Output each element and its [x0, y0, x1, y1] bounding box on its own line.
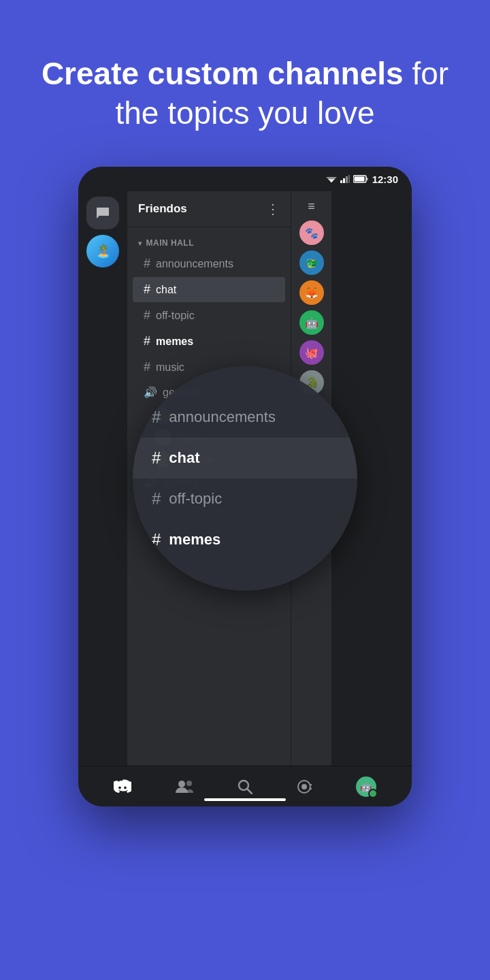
- nav-home[interactable]: [114, 779, 131, 794]
- member-2: 🐲: [299, 250, 324, 275]
- members-menu-icon[interactable]: ≡: [305, 197, 318, 216]
- server-name: Friendos: [138, 202, 187, 216]
- zoom-channel-announcements[interactable]: # announcements: [133, 397, 357, 438]
- svg-rect-4: [343, 178, 345, 183]
- hero-line2: the topics you love: [42, 94, 448, 133]
- wifi-icon: [326, 175, 337, 183]
- hash-icon: #: [144, 308, 150, 323]
- chat-server-icon[interactable]: [86, 197, 119, 229]
- zoom-channel-chat[interactable]: # chat: [133, 438, 357, 478]
- phone-mockup: 12:30 🏝️ Friendos ⋮: [78, 167, 412, 834]
- channel-chat[interactable]: # chat: [133, 277, 285, 302]
- svg-point-11: [186, 781, 192, 786]
- nav-profile[interactable]: 🤖: [356, 777, 376, 797]
- channel-memes[interactable]: # memes: [133, 329, 285, 354]
- svg-rect-6: [348, 175, 350, 183]
- channel-name: memes: [156, 336, 193, 348]
- hero-bold-text: Create custom channels: [42, 56, 404, 91]
- hero-normal-text: for: [404, 56, 448, 91]
- hash-icon: #: [144, 360, 150, 374]
- svg-rect-3: [340, 180, 342, 183]
- member-1: 🐾: [299, 220, 324, 245]
- nav-search[interactable]: [238, 779, 252, 794]
- category-main-hall[interactable]: ▾ MAIN HALL: [127, 233, 291, 250]
- hero-section: Create custom channels for the topics yo…: [1, 0, 489, 160]
- chat-bubble-icon: [95, 206, 110, 220]
- hash-icon: #: [144, 334, 150, 348]
- zoom-hash-icon: #: [152, 489, 161, 508]
- zoom-channel-name: off-topic: [169, 490, 222, 508]
- mentions-icon: [297, 779, 312, 794]
- zoom-hash-icon: #: [152, 448, 161, 468]
- server-sidebar: 🏝️: [78, 191, 127, 766]
- channel-name: chat: [156, 284, 176, 296]
- svg-rect-9: [354, 177, 364, 182]
- zoom-channel-name: memes: [169, 531, 220, 549]
- svg-point-10: [178, 781, 185, 787]
- server-options-button[interactable]: ⋮: [266, 201, 280, 217]
- zoom-channel-name: announcements: [169, 408, 276, 426]
- hash-icon: #: [144, 257, 150, 271]
- svg-point-15: [301, 784, 307, 789]
- zoom-channel-name: chat: [169, 449, 199, 467]
- channel-name: off-topic: [156, 310, 195, 322]
- zoom-overlay: # announcements # chat # off-topic # mem…: [133, 366, 357, 591]
- category-arrow: ▾: [138, 240, 142, 247]
- app-content: 🏝️ Friendos ⋮ ▾ MAIN HALL #: [78, 191, 412, 766]
- channel-header: Friendos ⋮: [127, 191, 291, 227]
- svg-rect-8: [366, 178, 368, 180]
- member-5: 🐙: [299, 340, 324, 365]
- server-icon-1[interactable]: 🏝️: [86, 235, 119, 267]
- speaker-icon: 🔊: [144, 386, 157, 399]
- svg-line-13: [247, 789, 252, 794]
- nav-friends[interactable]: [176, 779, 193, 794]
- zoom-channel-off-topic[interactable]: # off-topic: [133, 478, 357, 519]
- svg-rect-5: [346, 176, 348, 183]
- signal-icon: [340, 175, 350, 183]
- svg-marker-2: [330, 181, 333, 182]
- status-time: 12:30: [372, 174, 398, 185]
- status-bar: 12:30: [78, 167, 412, 191]
- channel-name: announcements: [156, 258, 233, 270]
- phone-screen: 12:30 🏝️ Friendos ⋮: [78, 167, 412, 806]
- member-3: 🦊: [299, 280, 324, 305]
- zoom-channel-memes[interactable]: # memes: [133, 519, 357, 560]
- channel-name: music: [156, 361, 184, 374]
- channel-off-topic[interactable]: # off-topic: [133, 303, 285, 328]
- home-indicator: [204, 798, 286, 801]
- search-icon: [238, 779, 252, 794]
- member-4: 🤖: [299, 310, 324, 335]
- nav-mentions[interactable]: [297, 779, 312, 794]
- discord-icon: [114, 779, 131, 794]
- battery-icon: [353, 175, 368, 183]
- category-label-text: MAIN HALL: [146, 238, 195, 248]
- friends-icon: [176, 779, 193, 794]
- channel-announcements[interactable]: # announcements: [133, 251, 285, 276]
- status-icons: [326, 175, 368, 183]
- hash-icon: #: [144, 282, 150, 297]
- profile-avatar: 🤖: [356, 777, 376, 797]
